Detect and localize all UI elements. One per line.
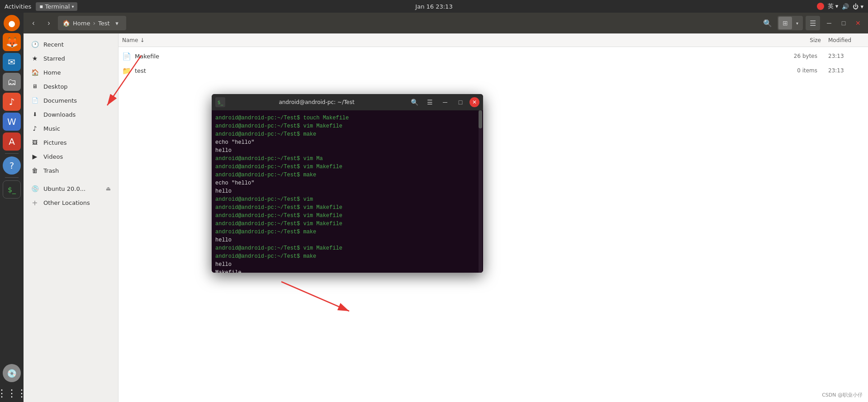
search-button[interactable]: 🔍 <box>760 16 775 30</box>
dock-mail[interactable]: ✉ <box>3 53 21 71</box>
term-line: android@android-pc:~/Test$ vim Makefile <box>215 163 479 171</box>
dock-firefox[interactable]: 🦊 <box>3 33 21 51</box>
application-dock: ● 🦊 ✉ 🗂 ♪ W A ? $_ 💿 ⋮⋮⋮ <box>0 13 24 402</box>
back-button[interactable]: ‹ <box>27 17 40 29</box>
scrollbar-thumb[interactable] <box>479 110 482 128</box>
term-line: hello <box>215 187 479 195</box>
sidebar-label-documents: Documents <box>43 97 77 104</box>
terminal-search-button[interactable]: 🔍 <box>408 96 421 109</box>
system-bar-left: Activities ▪ Terminal ▾ <box>5 2 77 11</box>
breadcrumb-current[interactable]: Test <box>98 20 110 27</box>
column-headers: Name ↓ Size Modified <box>119 33 868 47</box>
audio-icon[interactable]: 🔊 <box>842 3 849 10</box>
sidebar-label-home: Home <box>43 69 61 76</box>
lang-indicator[interactable]: 英 ▾ <box>828 2 839 10</box>
sidebar-label-downloads: Downloads <box>43 111 76 118</box>
music-icon: ♪ <box>31 124 39 132</box>
sidebar-label-ubuntu: Ubuntu 20.0... <box>43 185 85 192</box>
sidebar-item-desktop[interactable]: 🖥 Desktop <box>25 80 116 93</box>
breadcrumb-separator: › <box>93 19 95 27</box>
sidebar-item-trash[interactable]: 🗑 Trash <box>25 164 116 177</box>
view-dropdown[interactable]: ▾ <box>792 17 802 29</box>
dock-terminal[interactable]: $_ <box>3 180 21 199</box>
modified-column-header[interactable]: Modified <box>828 37 864 43</box>
eject-icon[interactable]: ⏏ <box>106 185 111 192</box>
terminal-taskbar-dropdown[interactable]: ▾ <box>71 4 74 9</box>
file-name-test: test <box>135 67 767 74</box>
close-button[interactable]: ✕ <box>852 17 864 29</box>
terminal-minimize-button[interactable]: ─ <box>439 96 451 109</box>
sidebar-item-other-locations[interactable]: + Other Locations <box>25 196 116 209</box>
term-line: echo "hello" <box>215 179 479 187</box>
name-column-header[interactable]: Name ↓ <box>122 37 774 43</box>
maximize-button[interactable]: □ <box>837 17 850 29</box>
sidebar-label-other-locations: Other Locations <box>43 199 90 206</box>
close-icon <box>817 3 824 10</box>
term-line: android@android-pc:~/Test$ make <box>215 228 479 236</box>
breadcrumb-dropdown[interactable]: ▾ <box>113 19 122 28</box>
dock-writer[interactable]: W <box>3 113 21 131</box>
other-locations-icon: + <box>31 199 39 207</box>
term-line: android@android-pc:~/Test$ make <box>215 252 479 260</box>
breadcrumb-home-icon: 🏠 <box>62 19 70 27</box>
sidebar-item-ubuntu[interactable]: 💿 Ubuntu 20.0... ⏏ <box>25 182 116 195</box>
hamburger-menu[interactable]: ☰ <box>806 16 820 30</box>
table-row[interactable]: 📁 test 0 items 23:13 <box>119 63 868 78</box>
sidebar-item-documents[interactable]: 📄 Documents <box>25 94 116 107</box>
file-icon-makefile: 📄 <box>122 52 131 61</box>
home-icon: 🏠 <box>31 68 39 76</box>
sidebar-label-music: Music <box>43 125 60 132</box>
size-column-header[interactable]: Size <box>774 37 828 43</box>
system-bar: Activities ▪ Terminal ▾ Jan 16 23:13 英 ▾… <box>0 0 868 13</box>
sidebar-item-starred[interactable]: ★ Starred <box>25 52 116 65</box>
dock-dvd[interactable]: 💿 <box>3 364 21 382</box>
term-line: android@android-pc:~/Test$ vim Makefile <box>215 220 479 228</box>
sidebar-label-trash: Trash <box>43 167 59 174</box>
terminal-scrollbar[interactable] <box>479 110 482 273</box>
dock-help[interactable]: ? <box>3 156 21 175</box>
terminal-body[interactable]: android@android-pc:~/Test$ touch Makefil… <box>212 110 483 273</box>
dock-software[interactable]: A <box>3 132 21 151</box>
terminal-title: android@android-pc: ~/Test <box>228 99 405 105</box>
grid-view-button[interactable]: ⊞ <box>778 17 792 29</box>
downloads-icon: ⬇ <box>31 110 39 118</box>
term-line: android@android-pc:~/Test$ vim Makefile <box>215 212 479 220</box>
table-row[interactable]: 📄 Makefile 26 bytes 23:13 <box>119 49 868 63</box>
sidebar-item-music[interactable]: ♪ Music <box>25 122 116 135</box>
power-icon[interactable]: ⏻ ▾ <box>853 3 863 10</box>
terminal-close-button[interactable]: ✕ <box>470 97 479 107</box>
terminal-app-icon: $_ <box>215 97 225 107</box>
dock-separator-2 <box>5 177 19 178</box>
terminal-window: $_ android@android-pc: ~/Test 🔍 ☰ ─ □ ✕ … <box>212 94 483 273</box>
file-size-makefile: 26 bytes <box>770 53 825 59</box>
terminal-taskbar[interactable]: ▪ Terminal ▾ <box>36 2 77 11</box>
sidebar-item-home[interactable]: 🏠 Home <box>25 66 116 79</box>
minimize-button[interactable]: ─ <box>823 17 835 29</box>
term-line: hello <box>215 147 479 155</box>
sidebar-item-downloads[interactable]: ⬇ Downloads <box>25 108 116 121</box>
dock-rhythmbox[interactable]: ♪ <box>3 93 21 111</box>
fm-header: ‹ › 🏠 Home › Test ▾ 🔍 ⊞ ▾ ☰ ─ □ ✕ <box>24 13 868 33</box>
breadcrumb-home[interactable]: Home <box>73 20 90 27</box>
sidebar-item-pictures[interactable]: 🖼 Pictures <box>25 136 116 149</box>
sidebar-item-videos[interactable]: ▶ Videos <box>25 150 116 163</box>
term-line: android@android-pc:~/Test$ touch Makefil… <box>215 114 479 122</box>
terminal-maximize-button[interactable]: □ <box>454 96 467 109</box>
term-line: android@android-pc:~/Test$ vim Makefile <box>215 122 479 130</box>
term-line: android@android-pc:~/Test$ vim Makefile <box>215 203 479 212</box>
terminal-menu-button[interactable]: ☰ <box>423 96 436 109</box>
pictures-icon: 🖼 <box>31 138 39 147</box>
term-line: android@android-pc:~/Test$ vim <box>215 195 479 203</box>
dock-apps-grid[interactable]: ⋮⋮⋮ <box>3 384 21 402</box>
file-icon-test: 📁 <box>122 66 131 75</box>
forward-button[interactable]: › <box>43 17 55 29</box>
starred-icon: ★ <box>31 54 39 62</box>
documents-icon: 📄 <box>31 96 39 104</box>
activities-label[interactable]: Activities <box>5 3 31 10</box>
term-line: hello <box>215 236 479 244</box>
term-line: echo "hello" <box>215 138 479 147</box>
sidebar-item-recent[interactable]: 🕐 Recent <box>25 38 116 51</box>
sort-icon: ↓ <box>140 37 144 43</box>
dock-files[interactable]: 🗂 <box>3 73 21 91</box>
file-modified-makefile: 23:13 <box>828 53 864 59</box>
